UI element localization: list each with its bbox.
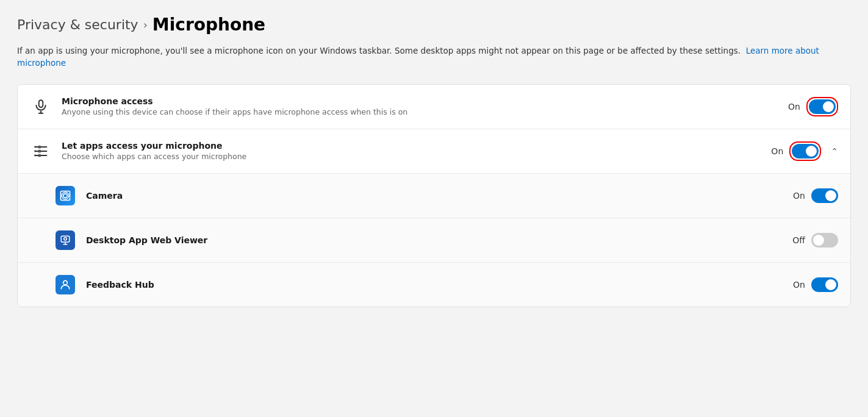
feedback-hub-control: On [793, 277, 838, 292]
let-apps-title: Let apps access your microphone [62, 141, 761, 151]
feedback-hub-row: Feedback Hub On [18, 263, 850, 307]
let-apps-toggle-highlight [789, 141, 821, 161]
microphone-access-subtitle: Anyone using this device can choose if t… [62, 107, 778, 116]
feedback-hub-title: Feedback Hub [86, 280, 783, 290]
breadcrumb: Privacy & security › Microphone [17, 15, 851, 35]
let-apps-access-row: Let apps access your microphone Choose w… [18, 129, 850, 174]
microphone-access-text: Microphone access Anyone using this devi… [62, 96, 778, 116]
page-description: If an app is using your microphone, you'… [17, 45, 847, 70]
desktop-app-label: Off [792, 235, 805, 245]
toggle-thumb [823, 101, 834, 112]
camera-row: Camera On [18, 174, 850, 218]
let-apps-subtitle: Choose which apps can access your microp… [62, 152, 761, 161]
desktop-app-row: Desktop App Web Viewer Off [18, 218, 850, 263]
apps-icon [30, 140, 52, 162]
svg-rect-10 [38, 149, 41, 152]
let-apps-text: Let apps access your microphone Choose w… [62, 141, 761, 161]
settings-container: Microphone access Anyone using this devi… [17, 84, 851, 307]
microphone-access-title: Microphone access [62, 96, 778, 106]
microphone-icon [30, 96, 52, 118]
desktop-app-text: Desktop App Web Viewer [86, 235, 783, 245]
feedback-hub-label: On [793, 280, 805, 290]
camera-toggle[interactable] [811, 188, 838, 203]
microphone-access-toggle[interactable] [809, 99, 836, 114]
svg-rect-14 [61, 236, 70, 242]
desktop-app-toggle[interactable] [811, 233, 838, 248]
toggle-thumb-2 [806, 146, 817, 157]
page-title: Microphone [152, 15, 265, 35]
let-apps-toggle[interactable] [792, 144, 819, 159]
description-text: If an app is using your microphone, you'… [17, 46, 741, 55]
microphone-access-control: On [788, 97, 838, 116]
feedback-hub-toggle-track [811, 277, 838, 292]
camera-app-icon [54, 185, 76, 207]
let-apps-label: On [771, 146, 783, 156]
breadcrumb-parent[interactable]: Privacy & security [17, 17, 138, 32]
toggle-track-2 [792, 144, 819, 159]
camera-app-text: Camera [86, 191, 783, 201]
expand-chevron-icon[interactable]: ⌃ [831, 146, 838, 156]
svg-point-8 [34, 154, 36, 156]
svg-rect-9 [38, 145, 41, 148]
camera-toggle-track [811, 188, 838, 203]
svg-point-6 [34, 146, 36, 148]
microphone-access-label: On [788, 102, 800, 112]
feedback-hub-toggle-thumb [825, 279, 836, 290]
chevron-right-icon: › [143, 18, 148, 31]
microphone-access-row: Microphone access Anyone using this devi… [18, 85, 850, 129]
camera-toggle-thumb [825, 190, 836, 201]
svg-point-15 [64, 237, 67, 240]
svg-rect-0 [39, 100, 43, 107]
toggle-track [809, 99, 836, 114]
desktop-app-control: Off [792, 233, 838, 248]
svg-point-12 [63, 193, 68, 198]
microphone-access-toggle-highlight [806, 97, 838, 116]
feedback-hub-text: Feedback Hub [86, 280, 783, 290]
svg-point-7 [34, 150, 36, 152]
desktop-app-toggle-track [811, 233, 838, 248]
feedback-hub-toggle[interactable] [811, 277, 838, 292]
desktop-app-title: Desktop App Web Viewer [86, 235, 783, 245]
desktop-app-toggle-thumb [813, 235, 824, 246]
camera-control: On [793, 188, 838, 203]
feedback-hub-icon [54, 274, 76, 296]
svg-point-16 [63, 280, 68, 285]
let-apps-control: On ⌃ [771, 141, 838, 161]
camera-label: On [793, 191, 805, 201]
desktop-app-icon [54, 229, 76, 251]
camera-app-title: Camera [86, 191, 783, 201]
svg-rect-11 [38, 154, 41, 157]
